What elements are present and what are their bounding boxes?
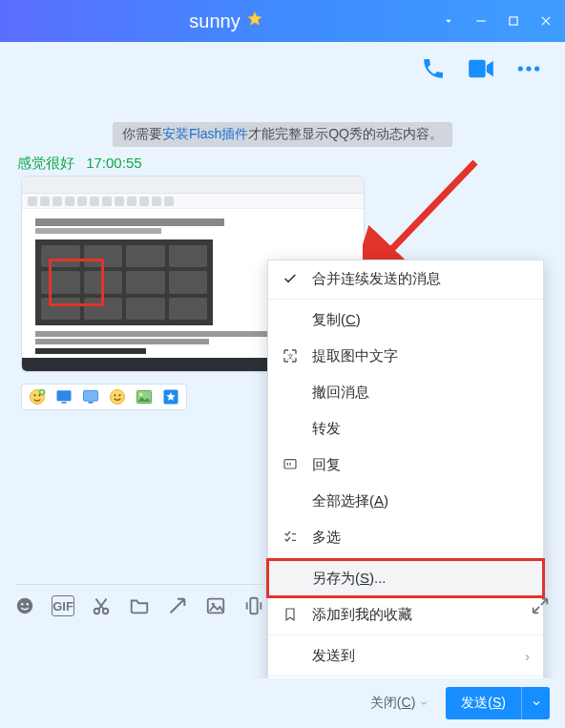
- svg-point-24: [27, 603, 29, 605]
- svg-point-14: [111, 390, 125, 405]
- menu-reply[interactable]: 回复: [268, 447, 543, 483]
- svg-rect-11: [62, 402, 67, 404]
- menu-recall[interactable]: 撤回消息: [268, 374, 543, 410]
- image-icon[interactable]: [204, 595, 227, 616]
- quote-icon: [282, 457, 299, 472]
- titlebar: sunny: [0, 0, 565, 42]
- footer: 关闭(C) 发送(S): [0, 678, 565, 728]
- flash-link[interactable]: 安装Flash插件: [162, 126, 248, 141]
- gif-icon[interactable]: GIF: [52, 595, 74, 616]
- call-row: [420, 57, 542, 80]
- sender-name: 感觉很好: [17, 155, 74, 171]
- cut-icon[interactable]: [90, 595, 113, 616]
- thumb-keyboard-photo: [35, 239, 213, 325]
- message-time: 17:00:55: [86, 155, 141, 171]
- message-meta: 感觉很好 17:00:55: [17, 155, 142, 173]
- svg-point-16: [118, 394, 120, 396]
- editor-toolbar: GIF: [13, 595, 552, 628]
- menu-merge-label: 合并连续发送的消息: [312, 270, 530, 288]
- menu-copy-label: 复制(C): [312, 311, 530, 329]
- menu-forward[interactable]: 转发: [268, 410, 543, 447]
- svg-rect-29: [250, 598, 257, 614]
- window-controls: [441, 13, 554, 29]
- thumbnail-action-row: [21, 384, 187, 410]
- menu-separator: [268, 557, 543, 558]
- emoji-face-icon[interactable]: [27, 387, 48, 406]
- svg-rect-1: [510, 17, 517, 25]
- close-icon[interactable]: [538, 13, 554, 29]
- maximize-icon[interactable]: [506, 13, 521, 29]
- chat-window: sunny 你需要安装Flash插件才能完整显示QQ秀的动态内容。: [0, 0, 565, 728]
- more-icon[interactable]: [515, 57, 542, 80]
- menu-select-all-label: 全部选择(A): [312, 492, 530, 510]
- menu-forward-label: 转发: [312, 420, 530, 438]
- svg-rect-0: [476, 20, 485, 21]
- menu-save-as-label: 另存为(S)...: [312, 570, 530, 588]
- menu-separator: [268, 676, 543, 676]
- monitor-blue-icon[interactable]: [53, 387, 74, 406]
- chevron-down-icon: [419, 698, 429, 708]
- svg-rect-2: [469, 60, 486, 78]
- menu-select-all[interactable]: 全部选择(A): [268, 483, 543, 519]
- send-file-icon[interactable]: [166, 595, 189, 616]
- thumb-toolbar: [22, 194, 364, 209]
- client-area: 你需要安装Flash插件才能完整显示QQ秀的动态内容。 感觉很好 17:00:5…: [0, 42, 565, 728]
- folder-icon[interactable]: [128, 595, 151, 616]
- expand-icon[interactable]: [529, 595, 552, 616]
- menu-recall-label: 撤回消息: [312, 384, 530, 402]
- send-button[interactable]: 发送(S): [446, 687, 550, 719]
- thumb-browser-bar: [22, 177, 364, 194]
- close-button-label: 关闭(C): [370, 695, 415, 712]
- send-dropdown[interactable]: [521, 687, 550, 719]
- picture-icon[interactable]: [134, 387, 155, 406]
- svg-point-5: [534, 66, 539, 71]
- menu-merge[interactable]: 合并连续发送的消息: [268, 260, 543, 297]
- menu-send-to[interactable]: 发送到 ›: [268, 637, 543, 674]
- svg-point-23: [21, 603, 23, 605]
- text-extract-icon: 文: [282, 348, 299, 364]
- svg-point-18: [139, 393, 142, 396]
- svg-rect-12: [84, 390, 98, 401]
- flash-notice: 你需要安装Flash插件才能完整显示QQ秀的动态内容。: [113, 122, 452, 147]
- chevron-right-icon: ›: [525, 648, 530, 664]
- svg-rect-10: [57, 390, 72, 401]
- svg-point-15: [114, 394, 115, 396]
- window-title: sunny: [11, 10, 441, 32]
- flash-post: 才能完整显示QQ秀的动态内容。: [248, 126, 443, 141]
- svg-point-7: [33, 394, 35, 396]
- video-call-icon[interactable]: [468, 57, 494, 80]
- menu-ocr-label: 提取图中文字: [312, 347, 530, 365]
- check-icon: [282, 271, 299, 286]
- menu-save-as[interactable]: 另存为(S)...: [268, 560, 543, 596]
- flash-pre: 你需要: [122, 126, 162, 141]
- menu-separator: [268, 634, 543, 635]
- smiley-icon[interactable]: [107, 387, 128, 406]
- minimize-icon[interactable]: [473, 13, 489, 29]
- send-button-label: 发送(S): [446, 695, 521, 712]
- svg-text:文: 文: [287, 353, 294, 360]
- menu-send-to-label: 发送到: [312, 647, 512, 665]
- svg-rect-13: [89, 402, 94, 404]
- menu-reply-label: 回复: [312, 456, 530, 474]
- svg-point-3: [518, 66, 523, 71]
- star-icon: [246, 10, 263, 32]
- menu-ocr[interactable]: 文 提取图中文字: [268, 338, 543, 374]
- monitor-outline-icon[interactable]: [80, 387, 101, 406]
- context-menu: 合并连续发送的消息 复制(C) 文 提取图中文字 撤回消息 转发 回复: [267, 260, 544, 716]
- checklist-icon: [282, 530, 299, 545]
- menu-separator: [268, 299, 543, 300]
- svg-point-22: [17, 598, 33, 614]
- dropdown-icon[interactable]: [441, 13, 456, 29]
- shake-icon[interactable]: [242, 595, 265, 616]
- menu-multi-select[interactable]: 多选: [268, 519, 543, 555]
- voice-call-icon[interactable]: [420, 57, 447, 80]
- menu-copy[interactable]: 复制(C): [268, 302, 543, 338]
- title-text: sunny: [189, 10, 240, 32]
- star-favorite-icon[interactable]: [160, 387, 181, 406]
- emoji-icon[interactable]: [13, 595, 36, 616]
- close-button[interactable]: 关闭(C): [370, 695, 429, 712]
- menu-multi-label: 多选: [312, 529, 530, 547]
- svg-point-4: [526, 66, 531, 71]
